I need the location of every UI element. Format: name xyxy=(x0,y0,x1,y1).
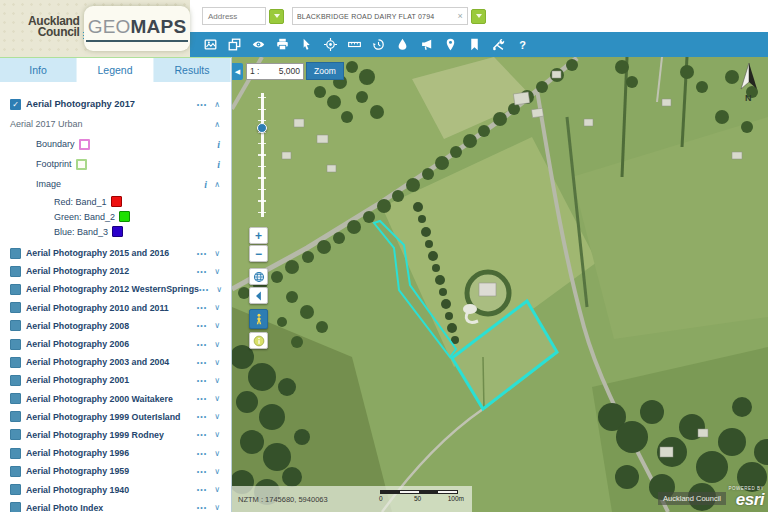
more-options-icon[interactable]: ••• xyxy=(197,377,207,384)
layer-checkbox[interactable] xyxy=(10,502,21,512)
layer-checkbox[interactable] xyxy=(10,357,21,368)
more-options-icon[interactable]: ••• xyxy=(197,322,207,329)
more-options-icon[interactable]: ••• xyxy=(197,304,207,311)
layer-checkbox[interactable] xyxy=(10,302,21,313)
layer-label[interactable]: Aerial Photography 1996 xyxy=(26,448,129,458)
chevron-down-icon[interactable]: ∨ xyxy=(214,485,220,494)
chevron-down-icon[interactable]: ∨ xyxy=(214,358,220,367)
chevron-down-icon[interactable]: ∨ xyxy=(214,249,220,258)
chevron-up-icon[interactable]: ∧ xyxy=(214,120,220,129)
chevron-down-icon[interactable]: ∨ xyxy=(214,394,220,403)
measure-icon[interactable] xyxy=(348,38,361,51)
layer-label[interactable]: Aerial Photography 2010 and 2011 xyxy=(26,303,169,313)
locate-icon[interactable] xyxy=(324,38,337,51)
export-map-icon[interactable] xyxy=(204,38,217,51)
layer-label[interactable]: Aerial Photography 1999 Rodney xyxy=(26,430,164,440)
chevron-down-icon[interactable]: ∨ xyxy=(214,303,220,312)
more-options-icon[interactable]: ••• xyxy=(197,101,207,108)
zoom-button[interactable]: Zoom xyxy=(306,62,344,80)
search-type-select[interactable]: Address xyxy=(202,7,266,25)
bookmark-icon[interactable] xyxy=(468,38,481,51)
layer-checkbox[interactable] xyxy=(10,484,21,495)
chevron-down-icon[interactable]: ∨ xyxy=(214,321,220,330)
layer-checkbox[interactable] xyxy=(10,393,21,404)
chevron-down-icon[interactable]: ∨ xyxy=(214,267,220,276)
zoom-slider[interactable] xyxy=(261,93,264,217)
chevron-down-icon[interactable]: ∨ xyxy=(214,340,220,349)
more-options-icon[interactable]: ••• xyxy=(197,486,207,493)
chevron-down-icon[interactable]: ∨ xyxy=(214,503,220,512)
more-options-icon[interactable]: ••• xyxy=(197,268,207,275)
layer-checkbox[interactable] xyxy=(10,411,21,422)
layer-label[interactable]: Aerial Photo Index xyxy=(26,503,103,512)
layer-checkbox[interactable] xyxy=(10,429,21,440)
info-icon[interactable]: i xyxy=(204,179,207,190)
layer-label[interactable]: Aerial Photography 2003 and 2004 xyxy=(26,357,169,367)
search-input[interactable]: BLACKBRIDGE ROAD DAIRY FLAT 0794 × xyxy=(292,7,468,25)
layer-label[interactable]: Aerial Photography 2008 xyxy=(26,321,129,331)
info-icon[interactable]: i xyxy=(217,159,220,170)
layer-label[interactable]: Aerial Photography 1959 xyxy=(26,466,129,476)
layer-checkbox-checked[interactable]: ✓ xyxy=(10,99,21,110)
copy-icon[interactable] xyxy=(228,38,241,51)
zoom-slider-handle[interactable] xyxy=(257,123,267,133)
layer-checkbox[interactable] xyxy=(10,448,21,459)
layer-checkbox[interactable] xyxy=(10,466,21,477)
more-options-icon[interactable]: ••• xyxy=(197,468,207,475)
chevron-down-icon[interactable]: ∨ xyxy=(214,376,220,385)
info-icon[interactable]: i xyxy=(217,139,220,150)
layer-checkbox[interactable] xyxy=(10,339,21,350)
eye-icon[interactable] xyxy=(252,38,265,51)
tools-icon[interactable] xyxy=(492,38,505,51)
announce-icon[interactable] xyxy=(420,38,433,51)
layer-label[interactable]: Aerial Photography 1999 OuterIsland xyxy=(26,412,180,422)
layer-label[interactable]: Aerial Photography 2006 xyxy=(26,339,129,349)
tab-info[interactable]: Info xyxy=(0,58,77,82)
chevron-down-icon[interactable]: ∨ xyxy=(214,467,220,476)
more-options-icon[interactable]: ••• xyxy=(197,431,207,438)
chevron-down-icon[interactable]: ∨ xyxy=(214,412,220,421)
more-options-icon[interactable]: ••• xyxy=(197,250,207,257)
layer-checkbox[interactable] xyxy=(10,248,21,259)
pin-icon[interactable] xyxy=(444,38,457,51)
map-viewport[interactable]: ◀ 1 : 5,000 Zoom + − xyxy=(232,57,768,512)
streetview-button[interactable] xyxy=(249,309,268,329)
print-icon[interactable] xyxy=(276,38,289,51)
layer-label[interactable]: Aerial Photography 2000 Waitakere xyxy=(26,394,173,404)
scale-input[interactable]: 1 : 5,000 xyxy=(246,63,304,80)
more-options-icon[interactable]: ••• xyxy=(197,359,207,366)
layer-checkbox[interactable] xyxy=(10,375,21,386)
chevron-down-icon[interactable]: ∨ xyxy=(214,430,220,439)
cursor-icon[interactable] xyxy=(300,38,313,51)
more-options-icon[interactable]: ••• xyxy=(197,395,207,402)
previous-extent-button[interactable] xyxy=(249,287,268,304)
search-dropdown-button[interactable] xyxy=(471,9,486,24)
chevron-down-icon[interactable]: ∨ xyxy=(216,285,222,294)
zoom-out-button[interactable]: − xyxy=(249,245,268,262)
layer-label[interactable]: Aerial Photography 2012 xyxy=(26,266,129,276)
clear-search-icon[interactable]: × xyxy=(458,11,463,21)
layer-label[interactable]: Aerial Photography 1940 xyxy=(26,485,129,495)
chevron-up-icon[interactable]: ∧ xyxy=(214,100,220,109)
layer-label[interactable]: Aerial Photography 2012 WesternSprings xyxy=(26,284,199,294)
search-type-dropdown-button[interactable] xyxy=(269,9,284,24)
history-icon[interactable] xyxy=(372,38,385,51)
layer-label[interactable]: Aerial Photography 2015 and 2016 xyxy=(26,248,169,258)
identify-button[interactable] xyxy=(249,332,268,349)
drop-icon[interactable] xyxy=(396,38,409,51)
sidebar-collapse-button[interactable]: ◀ xyxy=(232,63,243,80)
zoom-in-button[interactable]: + xyxy=(249,227,268,244)
chevron-up-icon[interactable]: ∧ xyxy=(214,180,220,189)
layer-label[interactable]: Aerial Photography 2001 xyxy=(26,375,129,385)
layer-checkbox[interactable] xyxy=(10,320,21,331)
layer-checkbox[interactable] xyxy=(10,266,21,277)
layer-title[interactable]: Aerial Photography 2017 xyxy=(26,99,135,109)
layer-checkbox[interactable] xyxy=(10,284,21,295)
full-extent-button[interactable] xyxy=(249,268,268,285)
help-icon[interactable]: ? xyxy=(516,38,529,51)
more-options-icon[interactable]: ••• xyxy=(199,286,209,293)
tab-legend[interactable]: Legend xyxy=(77,58,154,82)
more-options-icon[interactable]: ••• xyxy=(197,341,207,348)
chevron-down-icon[interactable]: ∨ xyxy=(214,449,220,458)
more-options-icon[interactable]: ••• xyxy=(197,504,207,511)
